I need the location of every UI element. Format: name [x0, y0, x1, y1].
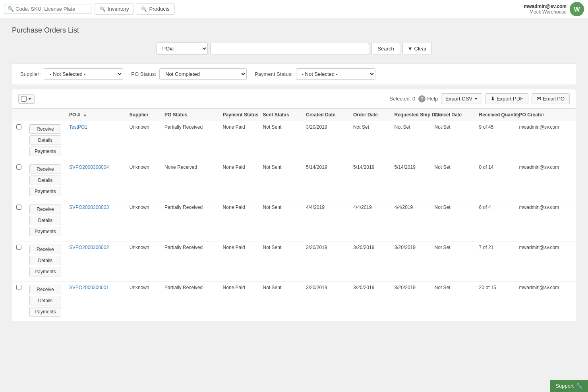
row-po-creator: mwadmin@sv.com	[515, 282, 576, 322]
row-po-number: SVPO2000300002	[65, 241, 126, 282]
payments-button[interactable]: Payments	[29, 227, 61, 236]
row-sent-status: Not Sent	[259, 161, 302, 201]
row-created-date: 3/20/2019	[302, 121, 349, 161]
row-supplier: Unknown	[126, 201, 161, 241]
row-received-quantity: 7 of 21	[475, 241, 515, 282]
table-row: Receive Details Payments SVPO2000300003 …	[12, 201, 576, 241]
details-button[interactable]: Details	[29, 176, 61, 185]
po-status-filter-select[interactable]: Not Completed Completed All	[159, 68, 247, 80]
table-row: Receive Details Payments SVPO2000300004 …	[12, 161, 576, 201]
global-search-box[interactable]: 🔍	[4, 4, 91, 14]
payments-button[interactable]: Payments	[29, 307, 61, 317]
search-input[interactable]	[210, 43, 369, 54]
row-po-creator: mwadmin@sv.com	[515, 121, 576, 161]
row-actions-cell: Receive Details Payments	[25, 241, 65, 282]
receive-button[interactable]: Receive	[29, 205, 61, 214]
clear-label: Clear	[414, 46, 427, 52]
top-nav: 🔍 🔍 Inventory 🔍 Products mwadmin@sv.com …	[0, 0, 588, 18]
po-status-filter-label: PO Status:	[131, 71, 156, 77]
row-received-quantity: 9 of 45	[475, 121, 515, 161]
th-po-creator: PO Creator	[515, 109, 576, 121]
row-po-number: SVPO2000300004	[65, 161, 126, 201]
payments-button[interactable]: Payments	[29, 147, 61, 156]
help-icon: ?	[418, 95, 426, 102]
receive-button[interactable]: Receive	[29, 164, 61, 174]
sort-arrow-icon: ▲	[83, 112, 87, 118]
details-button[interactable]: Details	[29, 256, 61, 265]
payment-status-filter-label: Payment Status:	[255, 71, 292, 77]
user-info: mwadmin@sv.com Mock Warehouse	[524, 4, 567, 15]
row-checkbox[interactable]	[16, 245, 21, 250]
inventory-icon: 🔍	[100, 6, 106, 12]
clear-button[interactable]: ▼ Clear	[402, 43, 432, 54]
row-po-number: SVPO2000300001	[65, 282, 126, 322]
row-checkbox[interactable]	[16, 124, 21, 129]
row-po-number: TestPO1	[65, 121, 126, 161]
row-actions-cell: Receive Details Payments	[25, 121, 65, 161]
po-number-link[interactable]: SVPO2000300003	[69, 205, 109, 210]
export-pdf-button[interactable]: ⬇ Export PDF	[485, 93, 528, 104]
products-label: Products	[149, 6, 169, 12]
row-checkbox[interactable]	[16, 164, 21, 170]
row-requested-ship-date: 5/14/2019	[391, 161, 431, 201]
details-button[interactable]: Details	[29, 296, 61, 305]
row-checkbox-cell	[12, 241, 25, 282]
search-field-select[interactable]: PO#: Supplier Status	[156, 42, 208, 55]
row-sent-status: Not Sent	[259, 121, 302, 161]
receive-button[interactable]: Receive	[29, 245, 61, 254]
global-search-input[interactable]	[15, 6, 88, 12]
select-all-checkbox[interactable]	[21, 96, 27, 102]
row-po-status: Partially Received	[161, 282, 219, 322]
details-button[interactable]: Details	[29, 135, 61, 145]
row-po-status: Partially Received	[161, 121, 219, 161]
table-row: Receive Details Payments TestPO1 Unknown…	[12, 121, 576, 161]
search-button[interactable]: Search	[371, 43, 400, 54]
row-checkbox[interactable]	[16, 285, 21, 290]
payments-button[interactable]: Payments	[29, 187, 61, 196]
row-received-quantity: 0 of 14	[475, 161, 515, 201]
row-checkbox[interactable]	[16, 205, 21, 210]
payments-button[interactable]: Payments	[29, 267, 61, 276]
selected-count: Selected: 0	[389, 96, 415, 102]
row-supplier: Unknown	[126, 241, 161, 282]
row-supplier: Unknown	[126, 161, 161, 201]
email-po-label: Email PO	[543, 96, 565, 102]
email-po-button[interactable]: ✉ Email PO	[532, 93, 570, 104]
po-status-filter-group: PO Status: Not Completed Completed All	[131, 68, 247, 80]
svg-text:W: W	[574, 6, 580, 13]
export-pdf-label: Export PDF	[497, 96, 523, 102]
row-requested-ship-date: 3/20/2019	[391, 241, 431, 282]
export-csv-button[interactable]: Export CSV ▼	[441, 93, 482, 104]
inventory-nav-btn[interactable]: 🔍 Inventory	[95, 3, 134, 15]
details-button[interactable]: Details	[29, 216, 61, 225]
row-cancel-date: Not Set	[431, 201, 475, 241]
download-icon: ⬇	[491, 96, 495, 102]
receive-button[interactable]: Receive	[29, 285, 61, 294]
help-button[interactable]: ? Help	[418, 95, 438, 102]
row-created-date: 5/14/2019	[302, 161, 349, 201]
row-checkbox-cell	[12, 282, 25, 322]
user-email: mwadmin@sv.com	[524, 4, 567, 9]
row-payment-status: None Paid	[219, 201, 259, 241]
help-label: Help	[427, 96, 438, 102]
row-sent-status: Not Sent	[259, 282, 302, 322]
th-po-number: PO # ▲	[65, 109, 126, 121]
row-requested-ship-date: 3/20/2019	[391, 282, 431, 322]
po-number-link[interactable]: SVPO2000300004	[69, 164, 109, 170]
po-number-link[interactable]: SVPO2000300001	[69, 285, 109, 290]
row-po-creator: mwadmin@sv.com	[515, 201, 576, 241]
receive-button[interactable]: Receive	[29, 124, 61, 134]
page-content: Purchase Orders List PO#: Supplier Statu…	[0, 18, 588, 330]
table-header-row: PO # ▲ Supplier PO Status Payment Status…	[12, 109, 576, 121]
select-all-dropdown[interactable]: ▼	[18, 94, 35, 104]
row-created-date: 3/20/2019	[302, 241, 349, 282]
po-number-link[interactable]: SVPO2000300002	[69, 245, 109, 250]
payment-status-filter-select[interactable]: - Not Selected - None Paid Paid	[296, 68, 375, 80]
row-requested-ship-date: Not Set	[391, 121, 431, 161]
products-nav-btn[interactable]: 🔍 Products	[136, 3, 174, 15]
po-number-link[interactable]: TestPO1	[69, 124, 87, 130]
row-payment-status: None Paid	[219, 241, 259, 282]
row-actions-cell: Receive Details Payments	[25, 201, 65, 241]
supplier-filter-select[interactable]: - Not Selected - Unknown	[44, 68, 123, 80]
th-checkbox	[12, 109, 25, 121]
